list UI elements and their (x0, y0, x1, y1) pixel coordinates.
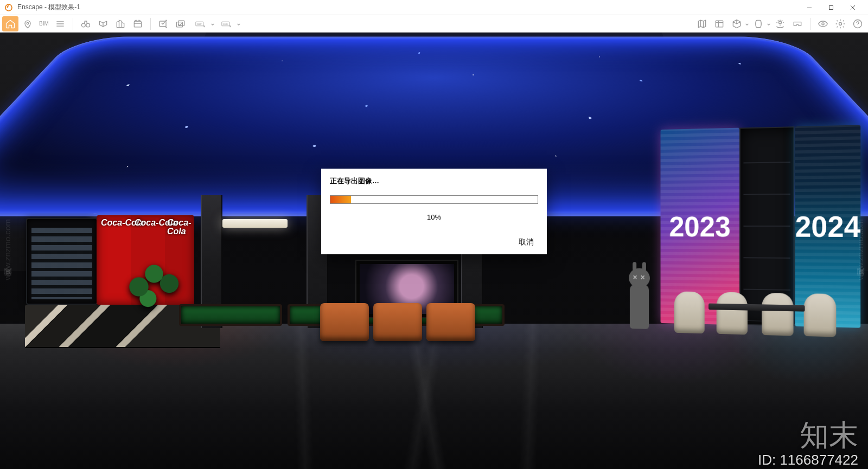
svg-point-2 (27, 22, 28, 24)
settings-button[interactable] (832, 16, 848, 31)
binoculars-button[interactable] (78, 16, 94, 31)
scene-pool-table (179, 304, 282, 326)
svg-rect-11 (716, 21, 723, 27)
window-title: Enscape - 模型效果-1 (17, 3, 799, 12)
scene-right-wall: 2023 2024 ✕✕ (607, 125, 868, 328)
exe-text: EXE (223, 22, 228, 25)
vr-headset-button[interactable] (789, 16, 806, 31)
toolbar-divider (810, 18, 810, 30)
help-button[interactable] (850, 16, 866, 31)
bim-label-button[interactable]: BIM (37, 21, 51, 27)
cancel-button[interactable]: 取消 (514, 235, 538, 249)
menu-button[interactable] (52, 16, 68, 31)
map-pin-button[interactable] (20, 16, 36, 31)
dialog-title: 正在导出图像… (330, 177, 538, 184)
viewport[interactable]: Coca-Cola Coca-Cola Coca-Cola 2023 (0, 33, 868, 469)
window-minimize-button[interactable] (799, 0, 820, 15)
sun-orbit-button[interactable] (772, 16, 788, 31)
panorama-button[interactable]: 360° (190, 16, 210, 31)
screenshot-button[interactable] (155, 16, 171, 31)
site-context-button[interactable] (694, 16, 710, 31)
materials-dropdown-icon[interactable] (745, 19, 749, 29)
exe-dropdown-icon[interactable] (237, 19, 241, 29)
window-maximize-button[interactable] (820, 0, 842, 15)
video-path-button[interactable] (130, 16, 146, 31)
scene-figure-statue: ✕✕ (624, 252, 655, 329)
scene-midzone (179, 260, 618, 328)
toolbar-group-navigation: BIM 360° EXE (2, 16, 241, 31)
toolbar-divider (73, 18, 73, 30)
progress-bar-fill (330, 196, 351, 203)
scene-coke-brand-text: Coca-Cola (167, 219, 194, 236)
asset-library-button[interactable] (711, 16, 727, 31)
svg-rect-7 (176, 22, 182, 27)
panorama-dropdown-icon[interactable] (210, 19, 215, 29)
svg-point-12 (779, 21, 782, 24)
window-close-button[interactable] (842, 0, 864, 15)
toolbar: BIM 360° EXE (0, 15, 868, 33)
scene-lounge-chair (373, 303, 422, 341)
svg-point-3 (81, 23, 85, 27)
progress-bar (330, 195, 538, 204)
scene-lounge-chair (320, 303, 369, 341)
toolbar-divider (150, 18, 151, 30)
scene-led-2023-text: 2023 (669, 211, 730, 241)
progress-percent-text: 10% (330, 214, 538, 221)
exe-export-button[interactable]: EXE (216, 16, 237, 31)
scene-led-2024-text: 2024 (795, 211, 860, 242)
scene-lounge-chair (426, 303, 475, 341)
toolbar-group-settings (694, 16, 866, 31)
svg-point-13 (822, 22, 824, 24)
home-button[interactable] (2, 16, 18, 31)
materials-button[interactable] (729, 16, 745, 31)
buildings-button[interactable] (112, 16, 129, 31)
batch-render-button[interactable] (173, 16, 189, 31)
scene-drink-cooler (26, 218, 98, 305)
svg-point-4 (86, 23, 90, 27)
visual-settings-button[interactable] (815, 16, 831, 31)
field-of-view-button[interactable] (750, 16, 767, 31)
scene-dining-set (674, 278, 837, 337)
svg-point-0 (5, 4, 12, 11)
panorama-360-text: 360° (197, 22, 202, 25)
export-progress-dialog: 正在导出图像… 10% 取消 (321, 169, 547, 254)
svg-rect-1 (829, 5, 833, 9)
fov-dropdown-icon[interactable] (767, 19, 771, 29)
svg-point-14 (839, 22, 842, 25)
titlebar: Enscape - 模型效果-1 (0, 0, 868, 15)
section-plane-button[interactable] (95, 16, 111, 31)
scene-pendant-lamp (222, 219, 288, 228)
svg-rect-5 (134, 21, 141, 27)
app-logo-icon (4, 3, 13, 12)
